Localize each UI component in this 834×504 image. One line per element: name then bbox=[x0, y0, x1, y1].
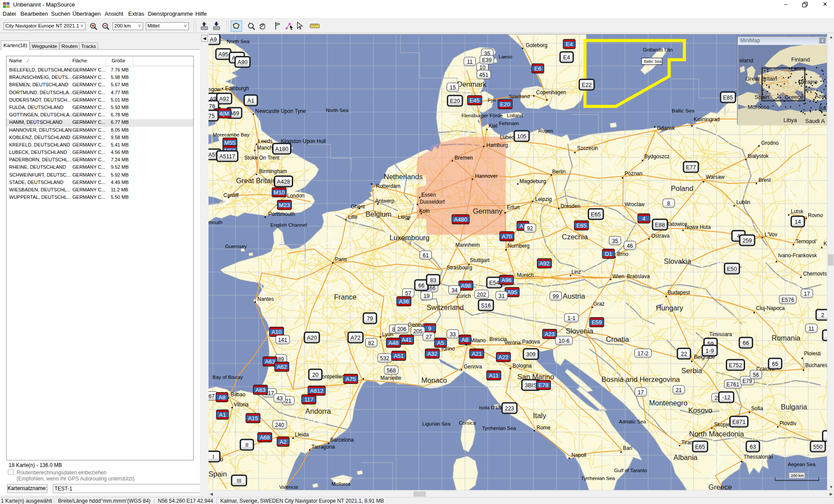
svg-text:67: 67 bbox=[208, 393, 215, 399]
svg-text:Croatia: Croatia bbox=[606, 335, 629, 343]
svg-text:Czechia: Czechia bbox=[562, 233, 588, 241]
svg-text:Ligurian Sea: Ligurian Sea bbox=[422, 421, 451, 426]
svg-text:A48: A48 bbox=[388, 340, 398, 346]
svg-text:223: 223 bbox=[505, 405, 514, 412]
svg-text:Cardiff: Cardiff bbox=[223, 192, 239, 198]
svg-text:89: 89 bbox=[278, 356, 284, 362]
svg-text:E65: E65 bbox=[695, 443, 705, 450]
svg-text:19: 19 bbox=[424, 293, 430, 299]
svg-text:22: 22 bbox=[681, 351, 687, 357]
svg-text:A2: A2 bbox=[280, 439, 287, 445]
svg-text:Thessaloniki: Thessaloniki bbox=[744, 454, 773, 460]
svg-text:309: 309 bbox=[526, 351, 536, 358]
svg-text:117: 117 bbox=[304, 396, 314, 403]
svg-text:Hannover: Hannover bbox=[475, 173, 498, 179]
svg-text:Bilbao: Bilbao bbox=[231, 392, 246, 398]
svg-text:A180: A180 bbox=[275, 146, 288, 152]
svg-text:M55: M55 bbox=[224, 140, 235, 146]
svg-text:Tarragona: Tarragona bbox=[311, 444, 335, 450]
svg-text:83: 83 bbox=[430, 277, 436, 283]
svg-text:E45: E45 bbox=[469, 97, 479, 104]
svg-text:10-6: 10-6 bbox=[558, 338, 569, 344]
svg-text:Stuttgart: Stuttgart bbox=[470, 257, 490, 263]
svg-text:Morecambe Bay: Morecambe Bay bbox=[213, 132, 250, 137]
svg-text:Poznan: Poznan bbox=[625, 170, 643, 177]
svg-text:Gulf of Taranto: Gulf of Taranto bbox=[614, 468, 647, 473]
svg-text:Great Britain: Great Britain bbox=[236, 177, 277, 184]
svg-text:Latvia: Latvia bbox=[791, 65, 806, 72]
svg-text:15: 15 bbox=[450, 85, 456, 91]
svg-text:Dusseldorf: Dusseldorf bbox=[420, 199, 445, 205]
svg-text:mouth: mouth bbox=[208, 220, 222, 225]
svg-text:Corsica: Corsica bbox=[459, 420, 476, 426]
svg-text:92: 92 bbox=[527, 225, 533, 232]
svg-text:Libya: Libya bbox=[783, 117, 797, 123]
svg-text:A5: A5 bbox=[437, 340, 444, 346]
svg-text:Linz: Linz bbox=[571, 269, 581, 275]
svg-text:E79: E79 bbox=[742, 378, 752, 384]
svg-text:Germany: Germany bbox=[473, 207, 503, 215]
svg-text:65: 65 bbox=[772, 361, 778, 367]
svg-text:A480: A480 bbox=[454, 216, 467, 223]
svg-text:Nurnberg: Nurnberg bbox=[508, 243, 530, 249]
svg-text:Mannheim: Mannheim bbox=[455, 242, 480, 248]
svg-text:Poland: Poland bbox=[671, 184, 693, 192]
svg-text:Ira: Ira bbox=[819, 105, 826, 111]
svg-text:Flensburger Förde: Flensburger Förde bbox=[461, 113, 503, 118]
svg-text:Barcelona: Barcelona bbox=[330, 437, 354, 443]
svg-text:A62: A62 bbox=[277, 364, 287, 370]
svg-text:Essen: Essen bbox=[421, 192, 436, 198]
svg-text:Denmark: Denmark bbox=[457, 80, 487, 88]
svg-text:Rovno: Rovno bbox=[808, 212, 823, 218]
svg-text:Leeds: Leeds bbox=[258, 138, 273, 144]
svg-text:A75: A75 bbox=[345, 376, 355, 382]
svg-text:10: 10 bbox=[479, 65, 485, 71]
svg-text:Bremen: Bremen bbox=[455, 155, 473, 161]
svg-text:Kh: Kh bbox=[824, 241, 827, 247]
svg-text:Guernsey: Guernsey bbox=[225, 244, 247, 249]
svg-text:Azer: Azer bbox=[815, 93, 827, 99]
svg-text:Rome: Rome bbox=[537, 425, 550, 431]
svg-text:14: 14 bbox=[795, 218, 801, 225]
svg-text:Warsaw: Warsaw bbox=[706, 174, 725, 180]
svg-text:17-2: 17-2 bbox=[637, 351, 648, 357]
svg-text:Andorra: Andorra bbox=[305, 407, 332, 415]
svg-text:E50: E50 bbox=[727, 266, 737, 272]
svg-text:A1: A1 bbox=[219, 412, 226, 418]
svg-text:3BIS: 3BIS bbox=[525, 382, 537, 388]
svg-text:Padova: Padova bbox=[522, 339, 540, 345]
svg-text:Antwerp: Antwerp bbox=[375, 198, 394, 204]
svg-text:North Macedonia: North Macedonia bbox=[689, 430, 744, 438]
svg-text:Rugen: Rugen bbox=[538, 128, 553, 133]
svg-text:Magdeburg: Magdeburg bbox=[520, 178, 546, 184]
svg-text:Ghent: Ghent bbox=[351, 204, 365, 210]
svg-text:Ivano-Frankovsk: Ivano-Frankovsk bbox=[778, 252, 817, 259]
svg-text:E54: E54 bbox=[489, 279, 499, 286]
svg-text:L'Vov: L'Vov bbox=[765, 232, 777, 238]
svg-text:27: 27 bbox=[426, 334, 432, 340]
svg-text:eland: eland bbox=[739, 57, 753, 64]
svg-text:Katowice: Katowice bbox=[666, 221, 687, 227]
svg-text:205: 205 bbox=[414, 328, 423, 334]
svg-text:Greece: Greece bbox=[708, 483, 732, 490]
svg-text:31: 31 bbox=[499, 293, 505, 299]
svg-text:Italy: Italy bbox=[533, 412, 547, 419]
svg-text:Hungary: Hungary bbox=[656, 304, 684, 312]
svg-text:Bologna: Bologna bbox=[513, 363, 532, 369]
svg-text:66: 66 bbox=[743, 340, 749, 346]
svg-text:Netherlands: Netherlands bbox=[384, 173, 423, 180]
svg-text:A8: A8 bbox=[461, 337, 468, 343]
svg-text:II: II bbox=[245, 442, 248, 448]
svg-text:11: 11 bbox=[467, 59, 473, 65]
svg-text:Kaliningrad: Kaliningrad bbox=[694, 116, 720, 123]
svg-text:75: 75 bbox=[208, 112, 215, 119]
svg-text:A92: A92 bbox=[539, 260, 549, 267]
svg-text:E20: E20 bbox=[500, 101, 510, 108]
svg-text:Milano: Milano bbox=[470, 337, 486, 344]
svg-text:A51: A51 bbox=[393, 353, 403, 359]
svg-text:Ukraine: Ukraine bbox=[798, 78, 818, 85]
svg-text:Birmingham: Birmingham bbox=[259, 168, 287, 174]
svg-text:Rotterdam: Rotterdam bbox=[376, 183, 400, 189]
svg-text:E20: E20 bbox=[450, 98, 460, 104]
svg-text:Serbia: Serbia bbox=[681, 367, 703, 375]
